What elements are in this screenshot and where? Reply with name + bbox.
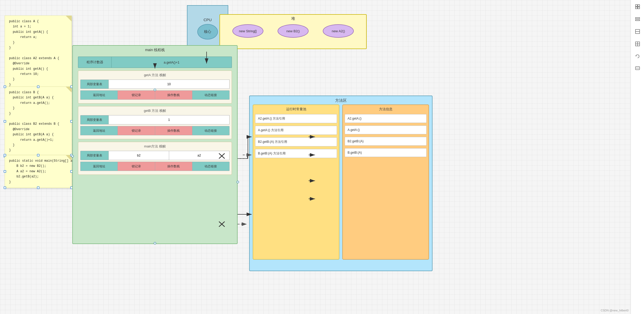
main-locals-val1: b2 xyxy=(109,151,169,160)
heap-item-1: new B2() xyxy=(278,24,309,38)
pool-item-0: A2.getA:() 方法引用 xyxy=(255,114,337,123)
method-info-label: 方法信息 xyxy=(345,107,427,112)
conn-circle-bottom xyxy=(154,242,156,245)
main-stack: main 线程栈 程序计数器 a.getA()+1 getA 方法 栈帧 局部变… xyxy=(72,45,238,244)
svg-rect-4 xyxy=(635,18,640,19)
getA-locals-value: 10 xyxy=(109,80,230,89)
getA-return-label: 返回地址 xyxy=(80,90,118,100)
comment-icon[interactable] xyxy=(633,65,642,73)
getB-locals-value: 1 xyxy=(109,115,230,124)
main-dynamic-label: 动态链接 xyxy=(192,162,230,171)
method-inner: 运行时常量池 A2.getA:() 方法引用 A.getA:() 方法引用 B2… xyxy=(253,105,429,260)
heap-label: 堆 xyxy=(220,15,366,22)
main-locals-row: 局部变量表 b2 a2 xyxy=(80,151,230,160)
runtime-pool-label: 运行时常量池 xyxy=(255,107,337,112)
getB-locals-label: 局部变量表 xyxy=(80,115,109,124)
main-locals-label: 局部变量表 xyxy=(80,151,109,160)
main-return-label: 返回地址 xyxy=(80,162,118,171)
getB-return-label: 返回地址 xyxy=(80,126,118,135)
getA-locals-row: 局部变量表 10 xyxy=(80,80,230,89)
getB-op-label: 操作数栈 xyxy=(155,126,192,135)
selection-handle-3-tl[interactable] xyxy=(4,154,6,156)
svg-marker-11 xyxy=(635,56,637,57)
method-area: 方法区 运行时常量池 A2.getA:() 方法引用 A.getA:() 方法引… xyxy=(249,96,433,271)
right-toolbar xyxy=(631,0,644,314)
svg-rect-1 xyxy=(638,5,640,6)
selection-handle-tm[interactable] xyxy=(37,85,40,88)
main-meta-row: 返回地址 锁记录 操作数栈 动态链接 xyxy=(80,162,230,171)
getA-op-label: 操作数栈 xyxy=(155,90,192,100)
getA-lock-label: 锁记录 xyxy=(118,90,155,100)
conn-circle-left-mid xyxy=(71,155,74,158)
svg-rect-5 xyxy=(635,20,640,21)
getA-frame: getA 方法 栈帧 局部变量表 10 返回地址 锁记录 操作数栈 动态链接 xyxy=(78,70,232,104)
heap-item-0: new String[] xyxy=(232,24,263,38)
heap-box: 堆 new String[] new B2() new A2() xyxy=(219,14,367,49)
getB-locals-row: 局部变量表 1 xyxy=(80,115,230,124)
info-item-1: A.getA:() xyxy=(345,125,427,134)
toolbar-icon-1[interactable] xyxy=(633,3,642,11)
getB-lock-label: 锁记录 xyxy=(118,126,155,135)
svg-point-15 xyxy=(638,68,639,68)
code-note-2: public class B { public int getB(A a) { … xyxy=(5,87,72,156)
code-note-3-text: public static void main(String[] args) {… xyxy=(9,158,67,185)
conn-circle-right-mid xyxy=(237,181,239,183)
svg-rect-2 xyxy=(635,7,637,9)
selection-handle-3-ml[interactable] xyxy=(4,170,6,173)
toolbar-icon-3[interactable] xyxy=(633,27,642,36)
toolbar-icon-2[interactable] xyxy=(633,15,642,23)
code-note-1: public class A { int a = 1; public int g… xyxy=(5,15,72,91)
main-stack-label: main 线程栈 xyxy=(73,46,237,53)
method-info-panel: 方法信息 A2.getA:() A.getA:() B2.getB:(A) B.… xyxy=(342,105,429,260)
pc-cell-left: 程序计数器 xyxy=(78,57,112,68)
selection-handle-tl[interactable] xyxy=(4,85,6,88)
code-note-1-text: public class A { int a = 1; public int g… xyxy=(9,19,67,87)
cpu-label: CPU xyxy=(203,18,212,22)
pc-cell-right: a.getA()+1 xyxy=(112,57,232,68)
svg-point-14 xyxy=(637,68,638,68)
main-frame-label: main方法 栈帧 xyxy=(80,144,230,149)
method-area-label: 方法区 xyxy=(250,96,432,105)
getA-frame-label: getA 方法 栈帧 xyxy=(80,73,230,77)
code-note-2-text: public class B { public int getB(A a) { … xyxy=(9,90,67,153)
getB-frame: getB 方法 栈帧 局部变量表 1 返回地址 锁记录 操作数栈 动态链接 xyxy=(78,106,232,139)
getA-meta-row: 返回地址 锁记录 操作数栈 动态链接 xyxy=(80,90,230,100)
heap-item-2: new A2() xyxy=(323,24,354,38)
pool-item-1: A.getA:() 方法引用 xyxy=(255,126,337,135)
cpu-core: 核心 xyxy=(197,24,218,40)
conn-circle-top xyxy=(154,89,156,91)
getB-dynamic-label: 动态链接 xyxy=(192,126,230,135)
watermark: CSDN @new_hilbert0 xyxy=(601,309,629,312)
getB-frame-label: getB 方法 栈帧 xyxy=(80,108,230,113)
undo-icon[interactable] xyxy=(633,52,642,60)
svg-rect-0 xyxy=(635,5,637,6)
pool-item-3: B.getB:(A) 方法引用 xyxy=(255,149,337,158)
main-op-label: 操作数栈 xyxy=(155,162,192,171)
getB-meta-row: 返回地址 锁记录 操作数栈 动态链接 xyxy=(80,126,230,135)
main-frame: main方法 栈帧 局部变量表 b2 a2 返回地址 锁记录 操作数栈 动态链接 xyxy=(78,142,232,175)
getA-locals-label: 局部变量表 xyxy=(80,80,109,89)
svg-point-13 xyxy=(636,68,637,68)
svg-rect-3 xyxy=(638,7,640,9)
canvas: CPU 核心 public class A { int a = 1; publi… xyxy=(0,0,644,314)
main-lock-label: 锁记录 xyxy=(118,162,155,171)
selection-handle-3-bm[interactable] xyxy=(37,186,40,189)
selection-handle-3-bl[interactable] xyxy=(4,186,6,189)
runtime-pool: 运行时常量池 A2.getA:() 方法引用 A.getA:() 方法引用 B2… xyxy=(253,105,339,260)
heap-items: new String[] new B2() new A2() xyxy=(220,22,366,40)
info-item-3: B.getB:(A) xyxy=(345,148,427,157)
selection-handle-ml[interactable] xyxy=(4,120,6,123)
pc-row: 程序计数器 a.getA()+1 xyxy=(78,57,232,68)
selection-handle-3-tm[interactable] xyxy=(37,154,40,156)
main-locals-val2: a2 xyxy=(169,151,230,160)
toolbar-icon-4[interactable] xyxy=(633,40,642,48)
info-item-0: A2.getA:() xyxy=(345,114,427,123)
info-item-2: B2.getB:(A) xyxy=(345,137,427,146)
getA-dynamic-label: 动态链接 xyxy=(192,90,230,100)
code-note-3: public static void main(String[] args) {… xyxy=(5,155,72,188)
pool-item-2: B2.getB:(A) 方法引用 xyxy=(255,137,337,146)
